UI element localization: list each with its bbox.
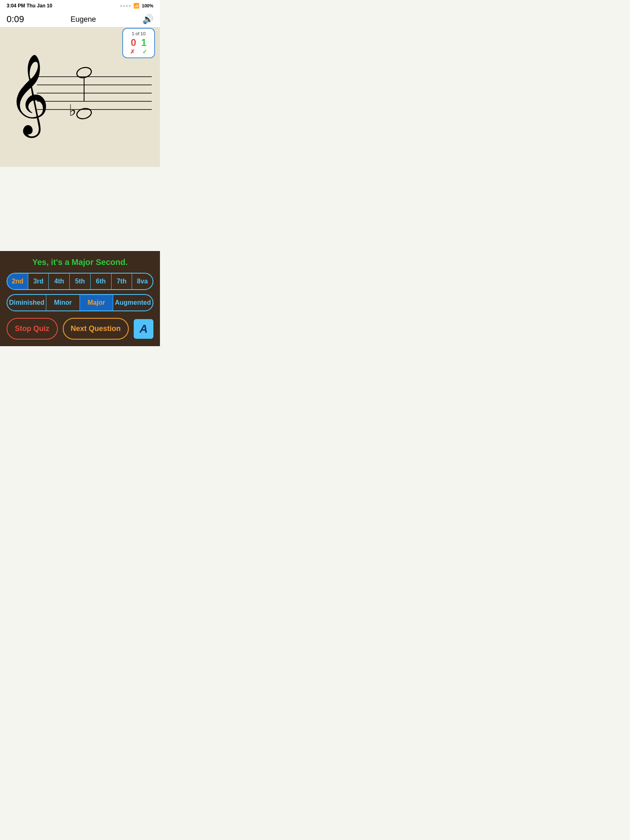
quality-selector: DiminishedMinorMajorAugmented (7, 294, 153, 311)
interval-btn-3rd[interactable]: 3rd (28, 274, 49, 289)
bottom-panel: Yes, it's a Major Second. 2nd3rd4th5th6t… (0, 251, 160, 346)
status-time-date: 3:04 PM Thu Jan 10 (7, 3, 52, 9)
right-icon: ✓ (142, 48, 147, 55)
score-icons: ✗ ✓ (128, 48, 149, 55)
interval-btn-4th[interactable]: 4th (49, 274, 70, 289)
status-bar: 3:04 PM Thu Jan 10 📶 100% (0, 0, 160, 11)
quality-btn-minor[interactable]: Minor (46, 295, 80, 310)
score-numbers: 0 1 (128, 37, 149, 48)
wrong-count: 0 (131, 37, 136, 48)
score-label: 1 of 10 (128, 31, 149, 36)
right-count: 1 (141, 37, 146, 48)
nav-bar: 0:09 Eugene 🔊 (0, 11, 160, 27)
svg-text:𝄞: 𝄞 (8, 55, 49, 138)
wrong-icon: ✗ (130, 48, 135, 55)
stop-quiz-button[interactable]: Stop Quiz (7, 318, 58, 340)
user-name: Eugene (71, 15, 96, 24)
quiz-timer: 0:09 (7, 14, 24, 25)
speaker-icon[interactable]: 🔊 (142, 14, 153, 25)
next-question-button[interactable]: Next Question (63, 318, 129, 340)
interval-btn-7th[interactable]: 7th (112, 274, 132, 289)
score-badge: 1 of 10 0 1 ✗ ✓ (122, 28, 155, 58)
quality-btn-augmented[interactable]: Augmented (113, 295, 153, 310)
interval-btn-6th[interactable]: 6th (91, 274, 112, 289)
status-right: 📶 100% (120, 3, 153, 9)
signal-icon (120, 5, 131, 7)
battery-indicator: 100% (142, 3, 153, 8)
quality-btn-major[interactable]: Major (80, 295, 113, 310)
interval-btn-5th[interactable]: 5th (70, 274, 91, 289)
answer-feedback: Yes, it's a Major Second. (7, 258, 153, 267)
interval-selector: 2nd3rd4th5th6th7th8va (7, 273, 153, 290)
action-buttons: Stop Quiz Next Question A (7, 318, 153, 340)
interval-btn-8va[interactable]: 8va (132, 274, 153, 289)
interval-btn-2nd[interactable]: 2nd (7, 274, 28, 289)
vocabulary-icon[interactable]: A (134, 319, 153, 339)
wifi-icon: 📶 (133, 3, 139, 9)
quality-btn-diminished[interactable]: Diminished (7, 295, 46, 310)
svg-text:♭: ♭ (69, 102, 76, 119)
